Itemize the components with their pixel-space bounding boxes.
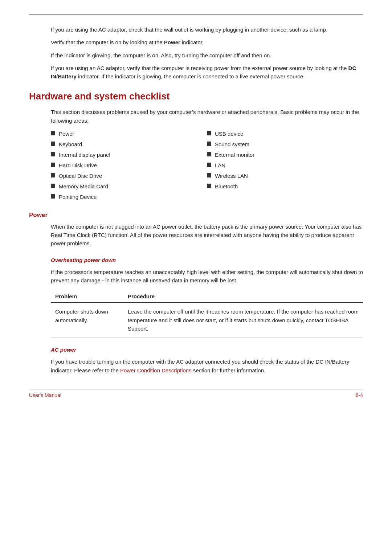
overheating-body: If the processor's temperature reaches a… bbox=[51, 268, 363, 285]
list-item: Sound system bbox=[207, 140, 363, 148]
bullet-icon bbox=[51, 152, 55, 156]
bullet-icon bbox=[51, 184, 55, 188]
checklist-right-col: USB device Sound system External monitor… bbox=[207, 130, 363, 204]
list-item: USB device bbox=[207, 130, 363, 138]
hardware-checklist: Power Keyboard Internal display panel Ha… bbox=[51, 130, 363, 204]
checklist-right-list: USB device Sound system External monitor… bbox=[207, 130, 363, 190]
table-row: Computer shuts down automatically. Leave… bbox=[51, 303, 363, 337]
bullet-icon bbox=[207, 163, 211, 167]
list-item: Bluetooth bbox=[207, 183, 363, 190]
bullet-icon bbox=[51, 131, 55, 135]
list-item: Pointing Device bbox=[51, 193, 207, 201]
power-section-heading: Power bbox=[29, 212, 363, 219]
bullet-icon bbox=[207, 173, 211, 177]
footer-right: 6-4 bbox=[356, 392, 363, 398]
list-item: Wireless LAN bbox=[207, 172, 363, 180]
bullet-icon bbox=[51, 173, 55, 177]
list-item: External monitor bbox=[207, 151, 363, 159]
list-item: Power bbox=[51, 130, 207, 138]
power-body: When the computer is not plugged into an… bbox=[51, 222, 363, 248]
paragraph-dc-battery: If you are using an AC adaptor, verify t… bbox=[51, 64, 363, 81]
hardware-checklist-heading: Hardware and system checklist bbox=[29, 91, 363, 102]
bullet-icon bbox=[207, 131, 211, 135]
bullet-icon bbox=[51, 194, 55, 199]
table-cell-problem: Computer shuts down automatically. bbox=[51, 303, 123, 337]
table-cell-procedure: Leave the computer off until the it reac… bbox=[123, 303, 363, 337]
list-item: Hard Disk Drive bbox=[51, 161, 207, 169]
ac-power-body: If you have trouble turning on the compu… bbox=[51, 357, 363, 375]
list-item: Keyboard bbox=[51, 140, 207, 148]
bullet-icon bbox=[207, 184, 211, 188]
page: If you are using the AC adaptor, check t… bbox=[0, 0, 392, 420]
table-col-problem-header: Problem bbox=[51, 290, 123, 303]
bullet-icon bbox=[207, 142, 211, 146]
ac-power-heading: AC power bbox=[51, 345, 363, 354]
checklist-left-col: Power Keyboard Internal display panel Ha… bbox=[51, 130, 207, 204]
list-item: Optical Disc Drive bbox=[51, 172, 207, 180]
hardware-intro: This section discusses problems caused b… bbox=[51, 108, 363, 125]
overheating-table-wrapper: Problem Procedure Computer shuts down au… bbox=[51, 290, 363, 338]
list-item: LAN bbox=[207, 161, 363, 169]
bullet-icon bbox=[207, 152, 211, 156]
bullet-icon bbox=[51, 163, 55, 167]
footer-left: User's Manual bbox=[29, 392, 61, 398]
overheating-heading: Overheating power down bbox=[51, 256, 363, 264]
table-header-row: Problem Procedure bbox=[51, 290, 363, 303]
overheating-table: Problem Procedure Computer shuts down au… bbox=[51, 290, 363, 338]
list-item: Internal display panel bbox=[51, 151, 207, 159]
checklist-left-list: Power Keyboard Internal display panel Ha… bbox=[51, 130, 207, 201]
power-condition-link[interactable]: Power Condition Descriptions bbox=[120, 367, 192, 373]
intro-paragraph-1: If you are using the AC adaptor, check t… bbox=[51, 25, 363, 81]
table-col-procedure-header: Procedure bbox=[123, 290, 363, 303]
list-item: Memory Media Card bbox=[51, 183, 207, 190]
top-rule bbox=[29, 15, 363, 15]
paragraph-power: Verify that the computer is on by lookin… bbox=[51, 38, 363, 46]
bullet-icon bbox=[51, 142, 55, 146]
footer: User's Manual 6-4 bbox=[29, 389, 363, 398]
